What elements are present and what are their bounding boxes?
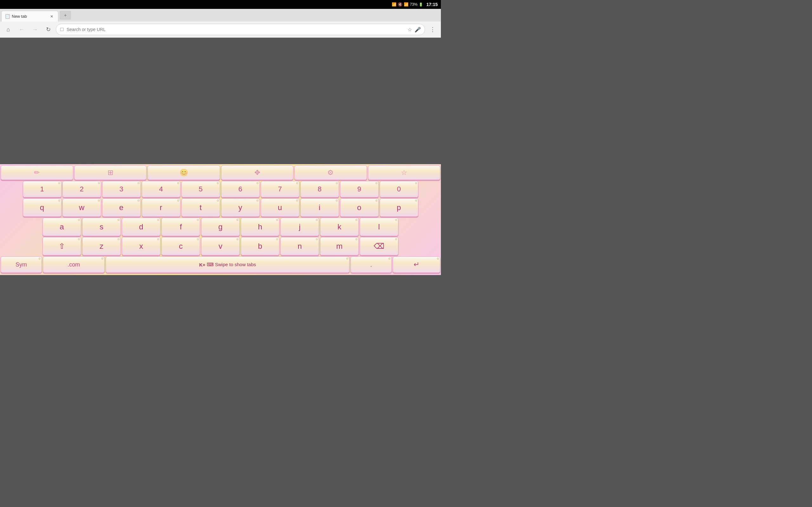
tab-bar: 📄 New tab ✕ + [0,9,441,21]
browser-chrome: 📄 New tab ✕ + ⌂ ← → ↻ ☐ ☆ 🎤 ⋮ [0,9,441,38]
page-icon: ☐ [60,27,64,32]
tab-label: New tab [12,14,27,19]
key-i[interactable]: i [300,199,339,217]
status-bar: 📶 🔇 📶 73% 🔋 17:15 [0,0,441,9]
home-icon: ⌂ [7,26,10,33]
menu-icon: ⋮ [430,26,436,33]
bookmark-button[interactable]: ☆ [408,26,412,33]
bluetooth-icon: 📶 [392,2,397,7]
keyboard-bottom-row: Sym .com K+ ⌨ Swipe to show tabs . ↵ [0,257,441,273]
key-sym[interactable]: Sym [1,257,42,273]
battery-icon: 🔋 [419,3,423,7]
key-enter[interactable]: ↵ [393,257,440,273]
key-pencil[interactable]: ✏ [1,165,73,180]
key-8[interactable]: 8 [300,181,339,198]
key-q[interactable]: q [23,199,61,217]
key-delete[interactable]: ⌫ [360,237,398,256]
key-5[interactable]: 5 [182,181,220,198]
battery-percentage: 73% [410,2,417,7]
key-emoji[interactable]: 😊 [148,165,220,180]
status-icons: 📶 🔇 📶 73% 🔋 [392,2,423,7]
key-3[interactable]: 3 [102,181,141,198]
back-icon: ← [19,26,24,33]
key-j[interactable]: j [281,218,319,236]
key-star[interactable]: ☆ [368,165,441,180]
key-shift[interactable]: ⇧ [43,237,81,256]
key-y[interactable]: y [221,199,260,217]
key-o[interactable]: o [340,199,379,217]
key-s[interactable]: s [82,218,121,236]
voice-search-button[interactable]: 🎤 [415,26,421,33]
toolbar: ⌂ ← → ↻ ☐ ☆ 🎤 ⋮ [0,21,441,38]
key-e[interactable]: e [102,199,141,217]
key-6[interactable]: 6 [221,181,260,198]
menu-button[interactable]: ⋮ [427,24,438,35]
key-a[interactable]: a [43,218,81,236]
key-w[interactable]: w [62,199,101,217]
key-u[interactable]: u [261,199,299,217]
keyboard-qwerty-row: q w e r t y u i o p [0,199,441,217]
key-settings[interactable]: ⚙ [294,165,367,180]
key-space[interactable]: K+ ⌨ Swipe to show tabs [106,257,350,273]
keyboard-num-row: 1 2 3 4 5 6 7 8 9 0 [0,181,441,198]
key-2[interactable]: 2 [62,181,101,198]
new-tab-button[interactable]: + [60,11,71,20]
key-n[interactable]: n [281,237,319,256]
key-c[interactable]: c [161,237,200,256]
keyboard-brand-icon: K+ [199,262,206,268]
forward-icon: → [32,26,38,33]
key-v[interactable]: v [201,237,240,256]
key-f[interactable]: f [161,218,200,236]
active-tab[interactable]: 📄 New tab ✕ [1,11,58,21]
keyboard-zxcv-row: ⇧ z x c v b n m ⌫ [0,237,441,256]
url-bar[interactable]: ☐ ☆ 🎤 [56,24,425,35]
wifi-icon: 📶 [404,2,409,7]
key-p[interactable]: p [380,199,418,217]
home-button[interactable]: ⌂ [3,24,14,35]
reload-button[interactable]: ↻ [43,24,54,35]
key-x[interactable]: x [122,237,160,256]
key-z[interactable]: z [82,237,121,256]
key-l[interactable]: l [360,218,398,236]
key-0[interactable]: 0 [380,181,418,198]
key-b[interactable]: b [241,237,280,256]
keyboard-asdf-row: a s d f g h j k l [0,218,441,236]
url-input[interactable] [67,27,405,32]
tab-favicon: 📄 [5,14,10,19]
back-button[interactable]: ← [16,24,27,35]
key-7[interactable]: 7 [261,181,299,198]
forward-button[interactable]: → [29,24,41,35]
key-grid[interactable]: ⊞ [74,165,147,180]
key-4[interactable]: 4 [142,181,181,198]
key-1[interactable]: 1 [23,181,61,198]
main-content [0,38,441,178]
key-move[interactable]: ✥ [221,165,294,180]
key-r[interactable]: r [142,199,181,217]
tab-close-button[interactable]: ✕ [49,14,54,19]
key-9[interactable]: 9 [340,181,379,198]
key-g[interactable]: g [201,218,240,236]
swipe-hint: K+ ⌨ Swipe to show tabs [199,262,256,268]
key-k[interactable]: k [320,218,359,236]
key-dotcom[interactable]: .com [43,257,105,273]
swipe-hint-text: ⌨ Swipe to show tabs [207,262,256,268]
keyboard-func-row: ✏ ⊞ 😊 ✥ ⚙ ☆ [0,165,441,180]
key-h[interactable]: h [241,218,280,236]
key-t[interactable]: t [182,199,220,217]
keyboard: ✏ ⊞ 😊 ✥ ⚙ ☆ 1 2 3 4 5 6 7 8 9 0 q w e r … [0,164,441,275]
key-period[interactable]: . [351,257,392,273]
mute-icon: 🔇 [398,2,403,7]
reload-icon: ↻ [46,26,51,33]
clock: 17:15 [426,2,438,7]
key-d[interactable]: d [122,218,160,236]
key-m[interactable]: m [320,237,359,256]
